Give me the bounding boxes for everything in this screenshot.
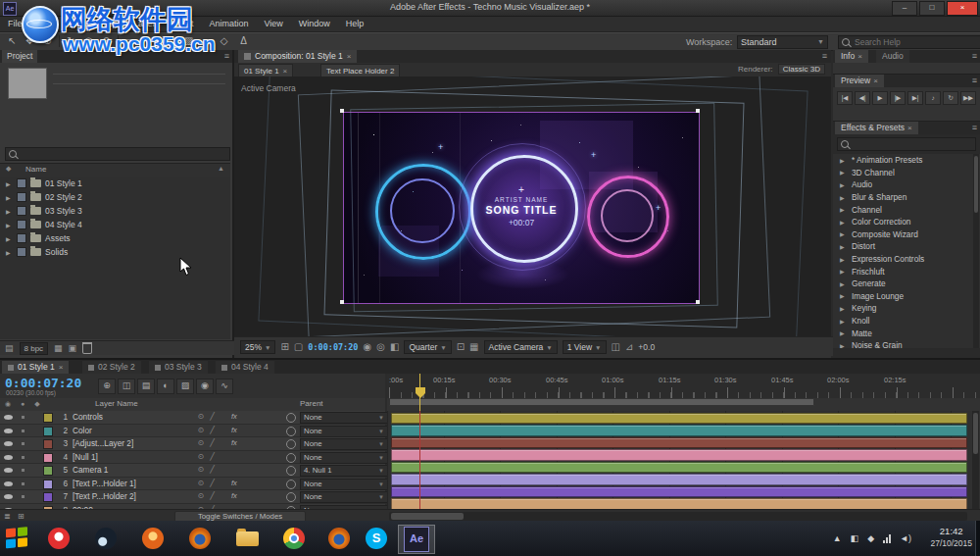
layer-row[interactable]: 4 [Null 1] ⊙╱ None▼	[0, 451, 385, 465]
effects-category[interactable]: ▶Matte	[833, 327, 980, 339]
project-columns-header[interactable]: ◆ Name ▲	[0, 163, 230, 177]
layer-switches[interactable]: ⊙╱	[198, 438, 220, 447]
maximize-button[interactable]: □	[919, 1, 945, 16]
layer-duration-bar[interactable]	[391, 498, 967, 510]
timeline-tab[interactable]: 04 Style 4	[216, 361, 274, 374]
shield-icon[interactable]: ◆	[867, 533, 874, 543]
comp-viewer-tab[interactable]: 01 Style 1 ×	[238, 64, 293, 77]
layer-switches[interactable]: ⊙╱	[198, 465, 220, 474]
tab-effects-presets[interactable]: Effects & Presets ×	[835, 122, 918, 134]
ram-preview-button[interactable]: ▶▶	[960, 91, 976, 105]
twirl-icon[interactable]: ▶	[840, 305, 847, 312]
layer-duration-bar[interactable]	[391, 486, 967, 498]
pick-whip-icon[interactable]	[286, 480, 296, 489]
fast-preview-icon[interactable]: ⊿	[625, 341, 633, 352]
twirl-icon[interactable]: ▶	[6, 235, 13, 242]
zoom-select[interactable]: 25%▼	[240, 340, 275, 354]
shape-tool-icon[interactable]: ▭	[122, 34, 138, 48]
composition-panel-tab[interactable]: Composition: 01 Style 1 ×	[238, 50, 357, 63]
expand-icon[interactable]: ≣	[4, 512, 11, 521]
scrollbar-thumb[interactable]	[974, 156, 978, 213]
browser-icon[interactable]	[321, 525, 357, 552]
play-button[interactable]: ▶	[872, 91, 888, 105]
label-color-chip[interactable]	[17, 206, 26, 216]
timeline-timecode[interactable]: 0:00:07:20	[5, 376, 81, 390]
time-ruler[interactable]: :00s 00:15s 00:30s 00:45s 01:00s 01:15s …	[387, 374, 980, 399]
panel-menu-icon[interactable]: ≡	[972, 50, 977, 63]
twirl-icon[interactable]: ▶	[840, 318, 847, 325]
fx-badge[interactable]: fx	[231, 438, 237, 447]
horizontal-scrollbar[interactable]	[389, 512, 967, 521]
timeline-tab[interactable]: 01 Style 1 ×	[2, 361, 69, 374]
list-item[interactable]: ▶ 03 Style 3	[0, 204, 230, 218]
close-tab-icon[interactable]: ×	[907, 122, 912, 134]
tab-info[interactable]: Info ×	[835, 50, 868, 63]
layer-name[interactable]: [Adjust...Layer 2]	[73, 438, 192, 448]
layer-name[interactable]: Controls	[73, 412, 192, 422]
effects-category[interactable]: ▶Frischluft	[833, 265, 980, 278]
fx-badge[interactable]: fx	[231, 491, 237, 500]
menu-edit[interactable]: Edit	[30, 17, 62, 31]
effects-category[interactable]: ▶* Animation Presets	[833, 154, 980, 167]
effects-category[interactable]: ▶Color Correction	[833, 216, 980, 228]
mask-visibility-icon[interactable]: ▢	[294, 341, 303, 352]
menu-effect[interactable]: Effect	[164, 17, 202, 31]
panel-menu-icon[interactable]: ≡	[224, 50, 229, 63]
loop-button[interactable]: ↻	[943, 91, 958, 105]
eye-icon[interactable]	[4, 481, 13, 486]
timeline-options-icon[interactable]: ⊞	[18, 512, 24, 521]
effects-category[interactable]: ▶Composite Wizard	[833, 228, 980, 241]
twirl-icon[interactable]: ▶	[840, 206, 847, 213]
parent-select[interactable]: 4. Null 1▼	[300, 465, 388, 477]
renderer-value[interactable]: Classic 3D	[778, 64, 825, 75]
tab-audio[interactable]: Audio	[876, 50, 909, 63]
layer-switches[interactable]: ⊙╱	[198, 412, 220, 421]
pick-whip-icon[interactable]	[286, 453, 296, 463]
twirl-icon[interactable]: ▶	[840, 169, 847, 176]
show-desktop-button[interactable]	[975, 521, 980, 556]
comp-timecode[interactable]: 0:00:07:20	[308, 342, 358, 352]
parent-column-header[interactable]: Parent	[300, 399, 323, 408]
effects-category[interactable]: ▶Keying	[833, 302, 980, 315]
lock-icon[interactable]	[22, 416, 24, 419]
effects-search-box[interactable]	[837, 137, 976, 151]
twirl-icon[interactable]: ▶	[840, 157, 847, 164]
lock-icon[interactable]	[22, 442, 24, 445]
close-tab-icon[interactable]: ×	[347, 50, 352, 63]
rotate-tool-icon[interactable]: ↻	[63, 34, 79, 48]
twirl-icon[interactable]: ▶	[6, 249, 13, 256]
layer-row[interactable]: 3 [Adjust...Layer 2] ⊙╱fx None▼	[0, 437, 385, 451]
selection-handle[interactable]	[340, 300, 344, 304]
layer-row[interactable]: 5 Camera 1 ⊙╱ 4. Null 1▼	[0, 464, 385, 478]
close-tab-icon[interactable]: ×	[873, 75, 878, 87]
effects-category[interactable]: ▶Image Lounge	[833, 290, 980, 303]
selection-handle[interactable]	[696, 109, 700, 113]
panel-menu-icon[interactable]: ≡	[822, 50, 827, 63]
help-search-input[interactable]	[853, 36, 977, 48]
list-item[interactable]: ▶ 01 Style 1	[0, 177, 230, 190]
graph-editor-icon[interactable]: ∿	[216, 379, 233, 394]
twirl-icon[interactable]: ▶	[840, 268, 847, 275]
list-item[interactable]: ▶ 02 Style 2	[0, 190, 230, 204]
new-folder-icon[interactable]: ▦	[54, 343, 63, 353]
name-column-header[interactable]: Name	[25, 165, 46, 174]
scrollbar-thumb[interactable]	[391, 513, 464, 520]
hide-shy-layers-icon[interactable]: ◐	[157, 379, 174, 394]
audio-toggle-button[interactable]: ♪	[925, 91, 941, 105]
lock-icon[interactable]	[22, 456, 24, 459]
color-depth-button[interactable]: 8 bpc	[20, 342, 49, 355]
eraser-tool-icon[interactable]: ◇	[216, 34, 232, 48]
menu-layer[interactable]: Layer	[125, 17, 164, 31]
help-search-box[interactable]	[838, 35, 980, 49]
layer-switches[interactable]: ⊙╱	[198, 452, 220, 461]
motion-blur-icon[interactable]: ◉	[196, 379, 214, 394]
twirl-icon[interactable]: ▶	[840, 256, 847, 263]
volume-icon[interactable]: ◄)	[900, 533, 911, 543]
layer-switches[interactable]: ⊙╱	[198, 491, 220, 500]
composition-flowchart-icon[interactable]: ◫	[118, 379, 135, 394]
layer-name[interactable]: [Null 1]	[73, 452, 192, 462]
channels-icon[interactable]: ◧	[390, 341, 399, 352]
panel-menu-icon[interactable]: ≡	[972, 122, 977, 134]
menu-view[interactable]: View	[256, 17, 290, 31]
layer-duration-bar[interactable]	[391, 449, 967, 461]
